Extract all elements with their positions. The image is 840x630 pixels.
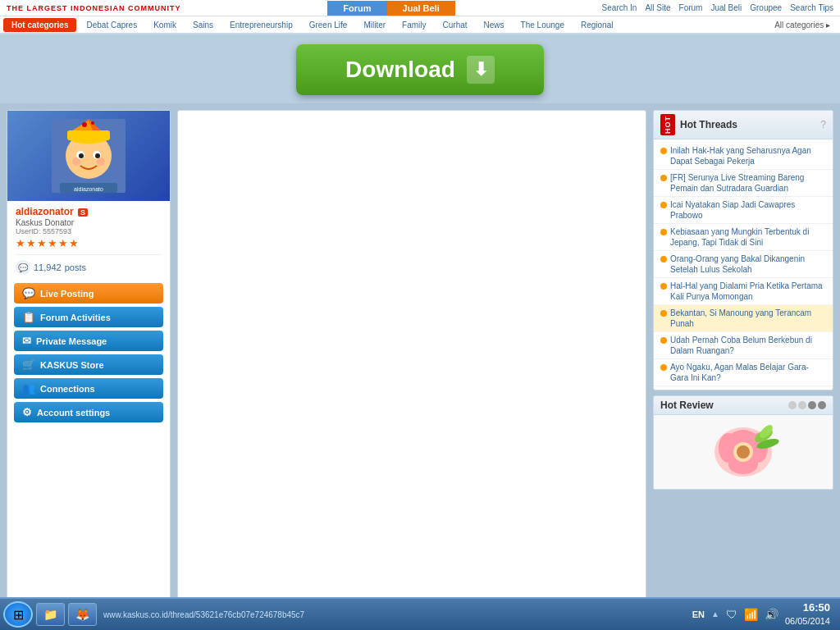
link-forum[interactable]: Forum <box>679 3 703 12</box>
account-settings-label: Account settings <box>37 408 110 418</box>
thread-item[interactable]: Hal-Hal yang Dialami Pria Ketika Pertama… <box>654 278 833 305</box>
link-searchtips[interactable]: Search Tips <box>790 3 833 12</box>
link-allsite[interactable]: All Site <box>645 3 670 12</box>
cat-sains[interactable]: Sains <box>186 19 220 31</box>
private-message-icon: ✉ <box>22 335 31 347</box>
connections-icon: 👥 <box>22 382 35 395</box>
kaskus-store-button[interactable]: 🛒 KASKUS Store <box>14 354 163 375</box>
hot-threads-header: HOT Hot Threads ? <box>654 111 833 139</box>
right-panel: HOT Hot Threads ? Inilah Hak-Hak yang Se… <box>653 110 833 600</box>
thread-item[interactable]: [FR] Serunya Live Streaming Bareng Pemai… <box>654 170 833 197</box>
private-message-button[interactable]: ✉ Private Message <box>14 331 163 351</box>
thread-item[interactable]: Ayo Ngaku, Agan Malas Belajar Gara-Gara … <box>654 359 833 386</box>
cat-militer[interactable]: Militer <box>357 19 392 31</box>
thread-text: Orang-Orang yang Bakal Dikangenin Setela… <box>670 253 826 275</box>
connections-label: Connections <box>40 384 95 394</box>
hot-threads-box: HOT Hot Threads ? Inilah Hak-Hak yang Se… <box>653 110 833 390</box>
thread-item[interactable]: Udah Pernah Coba Belum Berkebun di Dalam… <box>654 332 833 359</box>
live-posting-icon: 💬 <box>22 287 35 299</box>
thread-item[interactable]: Inilah Hak-Hak yang Seharusnya Agan Dapa… <box>654 143 833 170</box>
profile-buttons: 💬 Live Posting 📋 Forum Activities ✉ Priv… <box>7 280 170 429</box>
profile-info: aldiazonator S Kaskus Donator UserID: 55… <box>7 201 170 280</box>
kaskus-store-icon: 🛒 <box>22 358 35 371</box>
cat-curhat[interactable]: Curhat <box>436 19 474 31</box>
download-button[interactable]: Download ⬇ <box>296 44 544 95</box>
taskbar-btn-firefox[interactable]: 🦊 <box>68 603 97 626</box>
cat-debatcapres[interactable]: Debat Capres <box>80 19 144 31</box>
link-groupee[interactable]: Groupee <box>750 3 782 12</box>
status-url: www.kaskus.co.id/thread/53621e76cb07e724… <box>100 610 689 619</box>
link-jualbeli[interactable]: Jual Beli <box>710 3 742 12</box>
thread-text: Icai Nyatakan Siap Jadi Cawapres Prabowo <box>670 199 826 221</box>
download-label: Download <box>345 57 455 83</box>
svg-point-11 <box>95 153 100 158</box>
cat-family[interactable]: Family <box>395 19 432 31</box>
forum-activities-button[interactable]: 📋 Forum Activities <box>14 307 163 327</box>
thread-item[interactable]: Icai Nyatakan Siap Jadi Cawapres Prabowo <box>654 197 833 224</box>
download-arrow-icon: ⬇ <box>467 56 495 84</box>
posts-icon: 💬 <box>16 260 30 275</box>
cat-news[interactable]: News <box>477 19 511 31</box>
thread-item[interactable]: Kebiasaan yang Mungkin Terbentuk di Jepa… <box>654 224 833 251</box>
cat-regional[interactable]: Regional <box>574 19 619 31</box>
main-content: aldiazonato aldiazonator S Kaskus Donato… <box>0 103 840 607</box>
thread-item[interactable]: Orang-Orang yang Bakal Dikangenin Setela… <box>654 251 833 278</box>
profile-userid: UserID: 5557593 <box>16 227 162 235</box>
explorer-icon: 📁 <box>43 608 57 621</box>
thread-text: Udah Pernah Coba Belum Berkebun di Dalam… <box>670 335 826 356</box>
live-posting-button[interactable]: 💬 Live Posting <box>14 283 163 304</box>
taskbar-btn-explorer[interactable]: 📁 <box>36 603 65 626</box>
connections-button[interactable]: 👥 Connections <box>14 378 163 399</box>
tray-arrow-icon[interactable]: ▲ <box>711 609 719 619</box>
taskbar-clock: 16:50 06/05/2014 <box>785 600 830 628</box>
review-image-area <box>654 415 833 489</box>
main-forum-area <box>177 110 646 600</box>
thread-dot <box>660 148 667 154</box>
review-nav-dot-1[interactable] <box>788 401 797 409</box>
taskbar: ⊞ 📁 🦊 www.kaskus.co.id/thread/53621e76cb… <box>0 597 840 630</box>
review-nav-dot-2[interactable] <box>798 401 806 409</box>
svg-point-22 <box>737 445 750 459</box>
thread-list: Inilah Hak-Hak yang Seharusnya Agan Dapa… <box>654 139 833 390</box>
forum-activities-label: Forum Activities <box>40 313 111 322</box>
hot-review-title: Hot Review <box>660 399 714 411</box>
hot-threads-info-icon[interactable]: ? <box>820 119 826 130</box>
cat-entrepreneurship[interactable]: Entrepreneurship <box>223 19 299 31</box>
profile-panel: aldiazonato aldiazonator S Kaskus Donato… <box>7 110 171 600</box>
account-settings-button[interactable]: ⚙ Account settings <box>14 402 163 422</box>
profile-badge: S <box>78 208 88 217</box>
cat-greenlife[interactable]: Green Life <box>303 19 354 31</box>
hot-categories-btn[interactable]: Hot categories <box>3 18 76 32</box>
taskbar-right: EN ▲ 🛡 📶 🔊 16:50 06/05/2014 <box>692 600 837 628</box>
kaskus-store-label: KASKUS Store <box>40 360 104 370</box>
forum-activities-icon: 📋 <box>22 311 35 323</box>
thread-text: Bekantan, Si Manoung yang Terancam Punah <box>670 308 826 329</box>
volume-icon[interactable]: 🔊 <box>765 608 778 621</box>
start-button[interactable]: ⊞ <box>3 601 33 628</box>
cat-komik[interactable]: Komik <box>147 19 183 31</box>
svg-rect-3 <box>67 130 110 140</box>
thread-dot <box>660 310 667 317</box>
thread-dot <box>660 337 667 344</box>
hot-review-header: Hot Review <box>654 396 833 415</box>
taskbar-date: 06/05/2014 <box>785 615 830 628</box>
tab-jualbeli[interactable]: Jual Beli <box>387 1 455 16</box>
link-searchin[interactable]: Search In <box>602 3 637 12</box>
hot-badge: HOT <box>660 114 675 135</box>
category-nav: Hot categories Debat Capres Komik Sains … <box>0 16 840 34</box>
thread-text: Kebiasaan yang Mungkin Terbentuk di Jepa… <box>670 226 826 248</box>
nav-tabs: Forum Jual Beli <box>327 1 454 16</box>
review-nav-dot-4[interactable] <box>818 401 826 409</box>
avatar: aldiazonato <box>52 119 126 193</box>
thread-dot <box>660 283 667 290</box>
all-categories-btn[interactable]: All categories ▸ <box>768 19 837 31</box>
thread-dot <box>660 229 667 235</box>
cat-thelounge[interactable]: The Lounge <box>514 19 571 31</box>
tab-forum[interactable]: Forum <box>327 1 386 16</box>
review-nav <box>788 401 826 409</box>
language-indicator: EN <box>692 609 705 619</box>
profile-stars: ★★★★★★ <box>16 237 162 249</box>
review-nav-dot-3[interactable] <box>808 401 816 409</box>
download-banner: Download ⬇ <box>0 34 840 103</box>
thread-item-highlighted[interactable]: Bekantan, Si Manoung yang Terancam Punah <box>654 305 833 332</box>
